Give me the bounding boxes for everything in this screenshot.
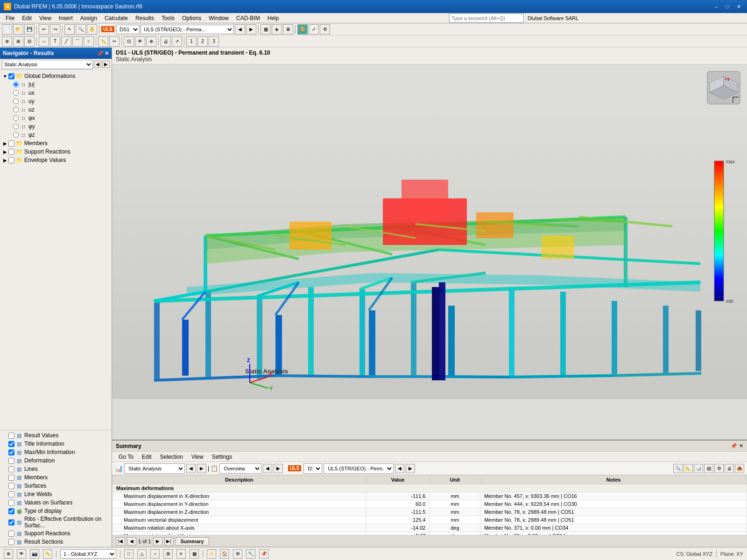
radio-phiz[interactable] [13, 132, 19, 138]
analysis-type-selector[interactable]: Static Analysis [2, 60, 93, 69]
status-icon-6[interactable]: ▦ [190, 549, 199, 559]
viewport-canvas[interactable]: max min Static Analysis Z Y X [112, 64, 747, 440]
cb-support-reactions-disp[interactable] [8, 531, 14, 537]
tree-item-phiz[interactable]: □ φz [0, 131, 112, 139]
sum-prev-btn[interactable]: ◀ [186, 464, 196, 473]
cb-lines[interactable] [8, 466, 14, 472]
cb-support-reactions[interactable] [8, 149, 14, 155]
cb-type-display[interactable] [8, 508, 14, 514]
sum-view-next-btn[interactable]: ▶ [274, 464, 283, 473]
tree-item-support-reactions[interactable]: ▶ 📁 Support Reactions [0, 147, 112, 156]
menu-window[interactable]: Window [205, 14, 233, 22]
tree-item-values-surfaces[interactable]: ▤ Values on Surfaces [0, 498, 112, 507]
tree-item-result-values[interactable]: ▤ Result Values [0, 431, 112, 440]
tree-item-deformation[interactable]: ▤ Deformation [0, 456, 112, 465]
tb-view-front[interactable]: ▦ [261, 24, 271, 35]
cb-global-def[interactable] [8, 73, 14, 79]
tb-next-result[interactable]: ▶ [246, 24, 256, 35]
status-icon-4[interactable]: ⊞ [163, 549, 173, 559]
sum-btn-6[interactable]: 🖨 [725, 464, 734, 473]
tb-view-all[interactable]: ⊡ [124, 36, 134, 47]
radio-phix[interactable] [13, 115, 19, 121]
nav-prev[interactable]: ◀ [94, 61, 101, 68]
tree-item-ribs[interactable]: ▤ Ribs - Effective Contribution on Surfa… [0, 515, 112, 529]
sum-analysis-selector[interactable]: Static Analysis [124, 463, 185, 474]
tb-member-num[interactable]: 2 [197, 36, 208, 47]
sum-menu-view[interactable]: View [188, 453, 207, 461]
menu-results[interactable]: Results [132, 14, 158, 22]
tb-export[interactable]: ↗ [172, 36, 182, 47]
tb-ortho[interactable]: ⊟ [24, 36, 35, 47]
nav-cube[interactable]: +Y [705, 69, 742, 106]
sum-menu-edit[interactable]: Edit [138, 453, 155, 461]
summary-pin-btn[interactable]: 📌 [731, 443, 737, 449]
status-cam-btn[interactable]: 📷 [30, 549, 39, 559]
tb-redo[interactable]: ↪ [50, 24, 60, 35]
maximize-button[interactable]: □ [723, 3, 732, 10]
sum-ds-next-btn[interactable]: ▶ [406, 464, 415, 473]
navigator-close[interactable]: ✕ [105, 50, 109, 56]
footer-last-btn[interactable]: ▶| [164, 537, 174, 546]
cb-values-surfaces[interactable] [8, 500, 14, 506]
status-icon-10[interactable]: 🔧 [246, 549, 255, 559]
sum-btn-3[interactable]: 📊 [694, 464, 703, 473]
menu-file[interactable]: File [2, 14, 18, 22]
status-icon-3[interactable]: ○ [150, 549, 160, 559]
footer-next-btn[interactable]: ▶ [153, 537, 162, 546]
cb-deformation[interactable] [8, 458, 14, 464]
tree-item-phiy[interactable]: □ φy [0, 122, 112, 131]
cb-result-values[interactable] [8, 433, 14, 439]
sum-btn-5[interactable]: ⚙ [714, 464, 724, 473]
cb-ribs[interactable] [8, 519, 14, 525]
radio-uz[interactable] [13, 107, 19, 112]
sum-ds-prev-btn[interactable]: ◀ [395, 464, 404, 473]
tree-item-global-def[interactable]: ▼ 📁 Global Deformations [0, 72, 112, 80]
cb-members[interactable] [8, 140, 14, 147]
tb-surface-num[interactable]: 3 [209, 36, 219, 47]
tree-item-uz[interactable]: □ uz [0, 105, 112, 114]
tb-prev-result[interactable]: ◀ [235, 24, 245, 35]
menu-calculate[interactable]: Calculate [101, 14, 132, 22]
tb-circle[interactable]: ○ [84, 36, 94, 47]
cb-line-welds[interactable] [8, 491, 14, 497]
tb-show-all[interactable]: ⊕ [146, 36, 156, 47]
menu-help[interactable]: Help [264, 14, 283, 22]
status-icon-1[interactable]: □ [124, 549, 134, 559]
load-combo-selector[interactable]: ULS (STR/GEO) - Perma... [141, 25, 234, 34]
cb-members-disp[interactable] [8, 475, 14, 481]
tree-item-surfaces[interactable]: ▤ Surfaces [0, 482, 112, 490]
tb-select[interactable]: ↖ [64, 24, 75, 35]
menu-cad-bim[interactable]: CAD-BIM [233, 14, 264, 22]
sum-load-combo[interactable]: ULS (STR/GEO) - Perm... [324, 463, 394, 474]
tb-text[interactable]: T [50, 36, 60, 47]
sum-btn-4[interactable]: ▤ [704, 464, 713, 473]
status-icon-9[interactable]: ⚙ [233, 549, 242, 559]
tb-view-3d[interactable]: ◈ [272, 24, 282, 35]
tb-node-num[interactable]: 1 [186, 36, 197, 47]
minimize-button[interactable]: – [712, 3, 721, 10]
cb-envelope[interactable] [8, 157, 14, 163]
cb-maxmin-info[interactable] [8, 449, 14, 455]
tree-item-u-abs[interactable]: □ |u| [0, 80, 112, 89]
expand-envelope[interactable]: ▶ [2, 158, 8, 163]
sum-view-prev-btn[interactable]: ◀ [263, 464, 272, 473]
radio-ux[interactable] [13, 90, 19, 96]
status-icon-7[interactable]: ⚡ [207, 549, 216, 559]
cb-title-info[interactable] [8, 441, 14, 447]
status-icon-11[interactable]: 📌 [259, 549, 268, 559]
sum-menu-settings[interactable]: Settings [208, 453, 236, 461]
sum-btn-2[interactable]: 📐 [684, 464, 693, 473]
tb-snap[interactable]: ⊕ [2, 36, 12, 47]
tb-print[interactable]: 🖨 [161, 36, 171, 47]
radio-phiy[interactable] [13, 124, 19, 129]
tb-measure[interactable]: 📏 [98, 36, 108, 47]
tree-item-lines[interactable]: ▤ Lines [0, 465, 112, 473]
sum-btn-7[interactable]: 📤 [735, 464, 744, 473]
status-snap-btn[interactable]: ⊕ [4, 549, 13, 559]
radio-uy[interactable] [13, 98, 19, 104]
menu-edit[interactable]: Edit [18, 14, 35, 22]
tree-item-type-display[interactable]: ⬤ Type of display [0, 507, 112, 515]
tb-line[interactable]: ╱ [61, 36, 71, 47]
tb-hide[interactable]: 👁 [135, 36, 145, 47]
footer-summary-tab[interactable]: Summary [176, 537, 209, 546]
